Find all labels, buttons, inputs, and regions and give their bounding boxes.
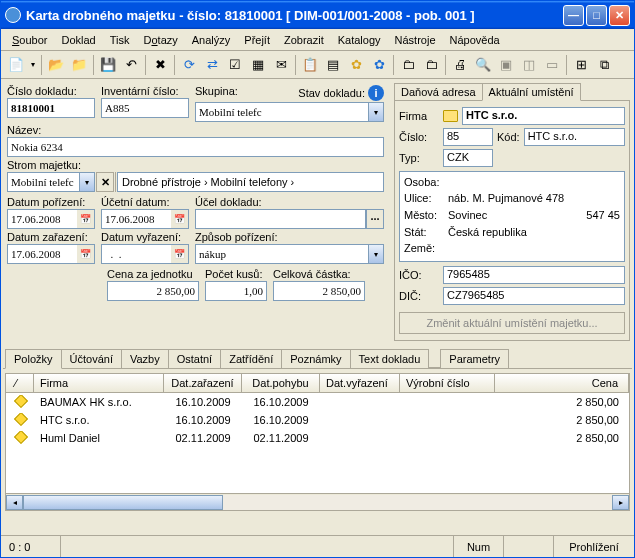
celkova-castka-input[interactable] bbox=[273, 281, 365, 301]
status-mode: Prohlížení bbox=[554, 536, 634, 557]
preview-icon[interactable]: 🔍 bbox=[472, 54, 494, 76]
close-button[interactable]: ✕ bbox=[609, 5, 630, 26]
menu-doklad[interactable]: Doklad bbox=[54, 32, 102, 48]
report-icon[interactable]: 📋 bbox=[299, 54, 321, 76]
datum-vyrazeni-input[interactable] bbox=[101, 244, 171, 264]
menu-katalogy[interactable]: Katalogy bbox=[331, 32, 388, 48]
tab-danova-adresa[interactable]: Daňová adresa bbox=[394, 83, 483, 100]
clear-tree-button[interactable]: ✕ bbox=[96, 172, 114, 192]
minimize-button[interactable]: — bbox=[563, 5, 584, 26]
status-num: Num bbox=[454, 536, 504, 557]
print-icon[interactable]: 🖨 bbox=[449, 54, 471, 76]
folder-a-icon[interactable]: 🗀 bbox=[397, 54, 419, 76]
ulice-value: náb. M. Pujmanové 478 bbox=[448, 191, 620, 205]
layout-a-icon[interactable]: ⊞ bbox=[570, 54, 592, 76]
tab-vazby[interactable]: Vazby bbox=[121, 349, 169, 368]
horizontal-scrollbar[interactable]: ◂ ▸ bbox=[6, 493, 629, 510]
calendar-icon[interactable]: 📅 bbox=[171, 209, 189, 229]
calendar-icon[interactable]: 📅 bbox=[171, 244, 189, 264]
col-datv[interactable]: Dat.vyřazení bbox=[320, 374, 400, 392]
open-icon[interactable]: 📂 bbox=[45, 54, 67, 76]
calendar-icon[interactable]: 📅 bbox=[77, 209, 95, 229]
scroll-left-icon[interactable]: ◂ bbox=[6, 495, 23, 510]
table-row[interactable]: HTC s.r.o.16.10.200916.10.20092 850,00 bbox=[6, 411, 629, 429]
menu-napoveda[interactable]: Nápověda bbox=[443, 32, 507, 48]
strom-combo[interactable] bbox=[7, 172, 79, 192]
layout-b-icon[interactable]: ⧉ bbox=[593, 54, 615, 76]
new-icon[interactable]: 📄 bbox=[5, 54, 27, 76]
pocet-kusu-input[interactable] bbox=[205, 281, 267, 301]
col-firma[interactable]: Firma bbox=[34, 374, 164, 392]
breadcrumb[interactable]: Drobné přístroje› Mobilní telefony› bbox=[117, 172, 384, 192]
gear-blue-icon[interactable]: ✿ bbox=[368, 54, 390, 76]
cell-firma: HTC s.r.o. bbox=[34, 413, 164, 427]
sync-icon[interactable]: ⇄ bbox=[201, 54, 223, 76]
tab-parametry[interactable]: Parametry bbox=[440, 349, 509, 368]
cell-vc bbox=[400, 419, 495, 421]
ucel-dokladu-input[interactable] bbox=[195, 209, 366, 229]
cell-datp: 02.11.2009 bbox=[242, 431, 320, 445]
tab-polozky[interactable]: Položky bbox=[5, 349, 62, 369]
menu-analyzy[interactable]: Analýzy bbox=[185, 32, 238, 48]
cell-cena: 2 850,00 bbox=[495, 395, 629, 409]
ucel-browse-button[interactable]: ··· bbox=[366, 209, 384, 229]
tab-aktualni-umisteni[interactable]: Aktuální umístění bbox=[482, 83, 581, 101]
ico-value: 7965485 bbox=[443, 266, 625, 284]
menu-dotazy[interactable]: Dotazy bbox=[137, 32, 185, 48]
cislo-dokladu-input[interactable] bbox=[7, 98, 95, 118]
tab-ostatni[interactable]: Ostatní bbox=[168, 349, 221, 368]
cena-za-jednotku-input[interactable] bbox=[107, 281, 199, 301]
tab-zatrideni[interactable]: Zatřídění bbox=[220, 349, 282, 368]
col-vc[interactable]: Výrobní číslo bbox=[400, 374, 495, 392]
label-datum-vyrazeni: Datum vyřazení: bbox=[101, 231, 189, 243]
undo-icon[interactable]: ↶ bbox=[120, 54, 142, 76]
folder-icon[interactable] bbox=[443, 110, 458, 122]
col-cena[interactable]: Cena bbox=[495, 374, 629, 392]
col-datp[interactable]: Dat.pohybu bbox=[242, 374, 320, 392]
menu-soubor[interactable]: Soubor bbox=[5, 32, 54, 48]
skupina-combo[interactable] bbox=[195, 102, 368, 122]
col-datz[interactable]: Dat.zařazení bbox=[164, 374, 242, 392]
col-icon[interactable]: ⁄ bbox=[6, 374, 34, 392]
open-db-icon[interactable]: 📁 bbox=[68, 54, 90, 76]
maximize-button[interactable]: □ bbox=[586, 5, 607, 26]
inventarni-cislo-input[interactable] bbox=[101, 98, 189, 118]
tab-poznamky[interactable]: Poznámky bbox=[281, 349, 350, 368]
datum-porizeni-input[interactable] bbox=[7, 209, 77, 229]
sms-icon[interactable]: ✉ bbox=[270, 54, 292, 76]
datum-zarazeni-input[interactable] bbox=[7, 244, 77, 264]
table-row[interactable]: Huml Daniel02.11.200902.11.20092 850,00 bbox=[6, 429, 629, 447]
menu-zobrazit[interactable]: Zobrazit bbox=[277, 32, 331, 48]
tab-uctovani[interactable]: Účtování bbox=[61, 349, 122, 368]
label-zpusob-porizeni: Způsob pořízení: bbox=[195, 231, 384, 243]
list-icon[interactable]: ▤ bbox=[322, 54, 344, 76]
table-row[interactable]: BAUMAX HK s.r.o.16.10.200916.10.20092 85… bbox=[6, 393, 629, 411]
zpusob-dropdown-icon[interactable]: ▾ bbox=[368, 244, 384, 264]
diamond-icon bbox=[14, 431, 28, 444]
save-icon[interactable]: 💾 bbox=[97, 54, 119, 76]
label-stat: Stát: bbox=[404, 226, 444, 238]
label-skupina: Skupina: bbox=[195, 85, 238, 101]
info-icon[interactable]: i bbox=[368, 85, 384, 101]
label-ucetni-datum: Účetní datum: bbox=[101, 196, 189, 208]
refresh-icon[interactable]: ⟳ bbox=[178, 54, 200, 76]
strom-dropdown-icon[interactable]: ▾ bbox=[79, 172, 95, 192]
mesto-value: Sovinec bbox=[448, 208, 582, 222]
menu-nastroje[interactable]: Nástroje bbox=[388, 32, 443, 48]
tab-text-dokladu[interactable]: Text dokladu bbox=[350, 349, 430, 368]
form-icon[interactable]: ▦ bbox=[247, 54, 269, 76]
delete-icon[interactable]: ✖ bbox=[149, 54, 171, 76]
scroll-right-icon[interactable]: ▸ bbox=[612, 495, 629, 510]
scroll-thumb[interactable] bbox=[23, 495, 223, 510]
zpusob-porizeni-combo[interactable] bbox=[195, 244, 368, 264]
check-icon[interactable]: ☑ bbox=[224, 54, 246, 76]
menu-tisk[interactable]: Tisk bbox=[103, 32, 137, 48]
dropdown-icon[interactable]: ▾ bbox=[28, 54, 38, 76]
ucetni-datum-input[interactable] bbox=[101, 209, 171, 229]
menu-prejit[interactable]: Přejít bbox=[237, 32, 277, 48]
gear-yellow-icon[interactable]: ✿ bbox=[345, 54, 367, 76]
folder-b-icon[interactable]: 🗀 bbox=[420, 54, 442, 76]
skupina-dropdown-icon[interactable]: ▾ bbox=[368, 102, 384, 122]
nazev-input[interactable] bbox=[7, 137, 384, 157]
calendar-icon[interactable]: 📅 bbox=[77, 244, 95, 264]
